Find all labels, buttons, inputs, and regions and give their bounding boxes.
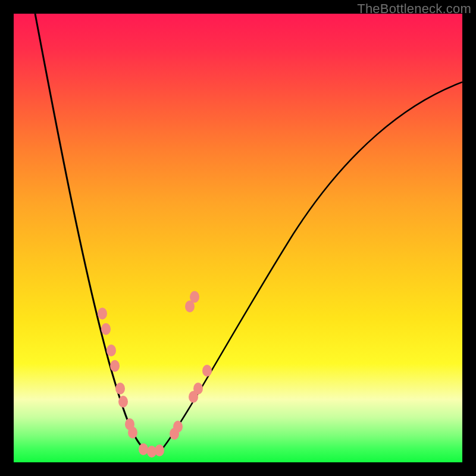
marker-point bbox=[190, 291, 199, 303]
marker-point bbox=[139, 443, 148, 455]
data-markers bbox=[14, 14, 462, 462]
marker-point bbox=[193, 383, 203, 394]
marker-point bbox=[128, 427, 137, 439]
marker-point bbox=[110, 360, 120, 372]
marker-point bbox=[101, 323, 111, 335]
marker-point bbox=[107, 345, 116, 356]
watermark-text: TheBottleneck.com bbox=[357, 1, 471, 17]
marker-point bbox=[118, 396, 128, 408]
marker-point bbox=[98, 308, 107, 320]
marker-point bbox=[173, 421, 183, 433]
marker-point bbox=[155, 444, 164, 456]
marker-point bbox=[202, 365, 212, 377]
marker-point bbox=[115, 383, 125, 394]
